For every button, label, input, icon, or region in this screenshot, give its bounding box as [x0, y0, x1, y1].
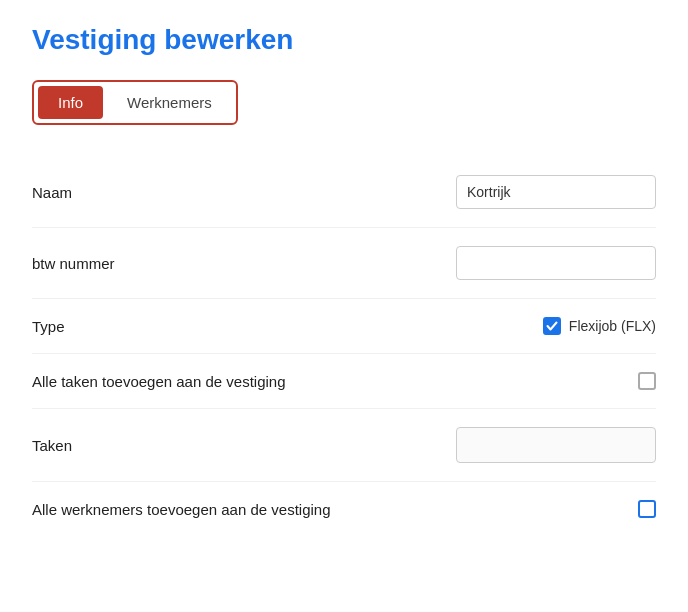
page-title: Vestiging bewerken — [32, 24, 656, 56]
field-naam: Naam — [32, 157, 656, 228]
type-checkbox-wrapper: Flexijob (FLX) — [543, 317, 656, 335]
control-alle-werknemers — [436, 500, 656, 518]
label-type: Type — [32, 318, 436, 335]
label-naam: Naam — [32, 184, 436, 201]
tab-werknemers[interactable]: Werknemers — [107, 86, 232, 119]
alle-werknemers-checkbox[interactable] — [638, 500, 656, 518]
control-alle-taken — [436, 372, 656, 390]
control-btw-nummer — [436, 246, 656, 280]
control-type: Flexijob (FLX) — [436, 317, 656, 335]
tab-info[interactable]: Info — [38, 86, 103, 119]
control-naam — [436, 175, 656, 209]
field-type: Type Flexijob (FLX) — [32, 299, 656, 354]
input-naam[interactable] — [456, 175, 656, 209]
type-checkbox[interactable] — [543, 317, 561, 335]
field-taken: Taken — [32, 409, 656, 482]
type-checkbox-label: Flexijob (FLX) — [569, 318, 656, 334]
field-alle-werknemers: Alle werknemers toevoegen aan de vestigi… — [32, 482, 656, 536]
label-alle-taken: Alle taken toevoegen aan de vestiging — [32, 373, 436, 390]
label-taken: Taken — [32, 437, 436, 454]
field-alle-taken: Alle taken toevoegen aan de vestiging — [32, 354, 656, 409]
field-btw-nummer: btw nummer — [32, 228, 656, 299]
label-btw-nummer: btw nummer — [32, 255, 436, 272]
input-taken[interactable] — [456, 427, 656, 463]
tab-group: Info Werknemers — [32, 80, 238, 125]
input-btw-nummer[interactable] — [456, 246, 656, 280]
form-section: Naam btw nummer Type Flexijob (FLX) All — [32, 157, 656, 536]
alle-taken-checkbox[interactable] — [638, 372, 656, 390]
label-alle-werknemers: Alle werknemers toevoegen aan de vestigi… — [32, 501, 436, 518]
control-taken — [436, 427, 656, 463]
